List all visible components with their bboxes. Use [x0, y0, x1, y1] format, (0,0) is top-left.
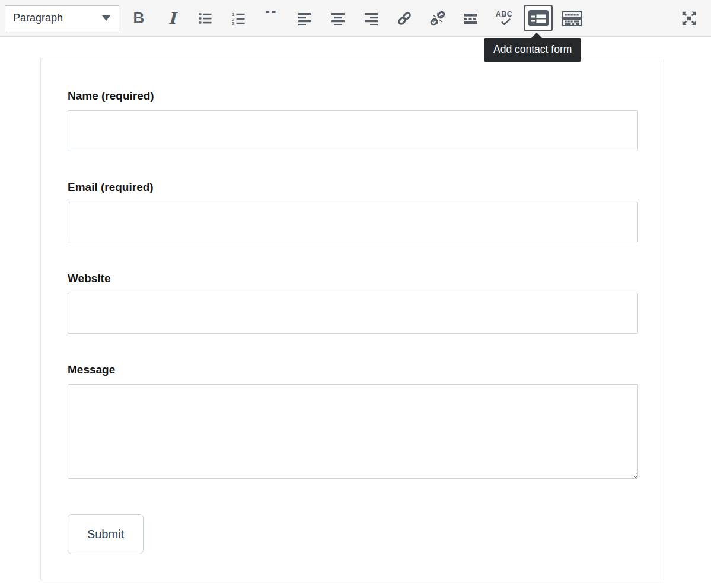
chevron-down-icon [102, 15, 110, 21]
paragraph-format-value: Paragraph [13, 12, 63, 24]
italic-icon: I [168, 9, 176, 27]
website-field-group: Website [68, 271, 638, 334]
message-label: Message [68, 363, 638, 377]
contact-form-preview: Name (required) Email (required) Website… [40, 59, 664, 580]
website-label: Website [68, 271, 638, 286]
svg-text:3: 3 [232, 21, 235, 25]
fullscreen-button[interactable] [675, 5, 703, 31]
email-field-group: Email (required) [68, 180, 638, 242]
bold-button[interactable]: B [125, 5, 152, 31]
tooltip-text: Add contact form [493, 43, 572, 55]
email-label: Email (required) [68, 180, 638, 194]
contact-form-icon [528, 10, 549, 26]
italic-button[interactable]: I [158, 5, 186, 31]
fullscreen-icon [680, 9, 698, 27]
bold-icon: B [133, 9, 145, 27]
align-center-button[interactable] [324, 5, 352, 31]
align-left-icon [298, 11, 312, 25]
bullet-list-icon [198, 11, 212, 25]
blockquote-button[interactable]: “ [258, 5, 285, 31]
more-tag-icon [464, 11, 478, 25]
website-input[interactable] [68, 293, 638, 334]
unlink-button[interactable] [424, 5, 451, 31]
keyboard-icon [562, 10, 582, 27]
spellcheck-icon: ABC [496, 11, 513, 25]
message-textarea[interactable] [68, 384, 638, 479]
editor-toolbar: Paragraph B I 1 2 3 “ [0, 0, 711, 37]
editor-content-area: Name (required) Email (required) Website… [0, 37, 711, 588]
bullet-list-button[interactable] [192, 5, 219, 31]
email-input[interactable] [68, 202, 638, 242]
unlink-icon [430, 11, 445, 26]
align-right-button[interactable] [358, 5, 385, 31]
paragraph-format-dropdown[interactable]: Paragraph [5, 5, 119, 31]
numbered-list-button[interactable]: 1 2 3 [225, 5, 252, 31]
link-button[interactable] [391, 5, 418, 31]
name-label: Name (required) [68, 89, 638, 103]
name-input[interactable] [68, 110, 638, 151]
submit-button[interactable]: Submit [68, 514, 144, 554]
add-contact-form-button[interactable] [524, 5, 553, 31]
align-center-icon [331, 11, 345, 25]
link-icon [397, 11, 412, 26]
name-field-group: Name (required) [68, 89, 638, 151]
blockquote-icon: “ [264, 11, 279, 26]
numbered-list-icon: 1 2 3 [231, 11, 245, 25]
more-tag-button[interactable] [457, 5, 484, 31]
add-contact-form-tooltip: Add contact form [484, 38, 581, 62]
message-field-group: Message [68, 363, 638, 479]
align-left-button[interactable] [291, 5, 318, 31]
align-right-icon [364, 11, 378, 25]
toolbar-toggle-button[interactable] [559, 5, 586, 31]
spellcheck-button[interactable]: ABC [490, 5, 518, 31]
